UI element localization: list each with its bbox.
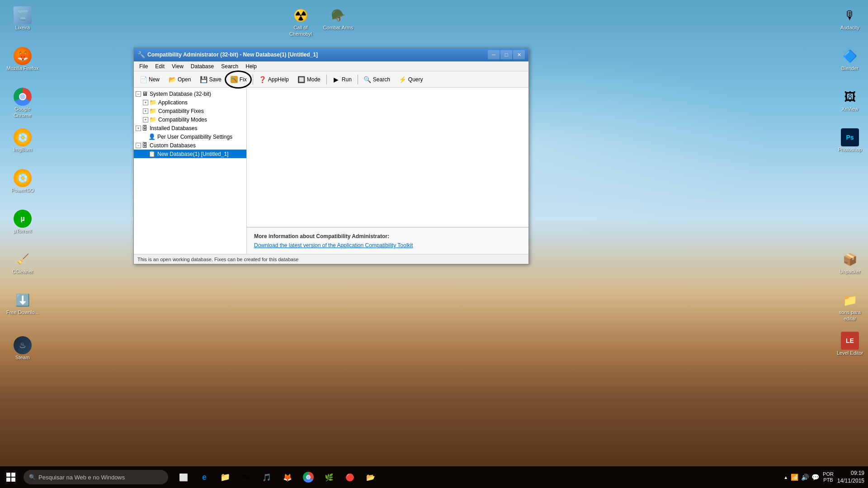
compat-modes-label: Compatibility Modes: [158, 117, 207, 123]
taskbar-search-box[interactable]: 🔍 Pesquisar na Web e no Windows: [24, 470, 168, 484]
tree-panel[interactable]: − 🖥 System Database (32-bit) + 📁 Applica…: [134, 88, 247, 254]
callofchernobyl-label: Call of Chernobyl: [284, 24, 317, 38]
taskbar-right: ▲ 📶 🔊 💬 POR PTB 09:19 14/11/2015: [783, 469, 868, 485]
minimize-button[interactable]: ─: [488, 50, 500, 59]
taskbar-edge[interactable]: e: [194, 467, 214, 487]
taskbar-other3[interactable]: 📂: [361, 467, 381, 487]
apphelp-button[interactable]: ❓ AppHelp: [255, 73, 293, 86]
taskbar-store[interactable]: 🛍: [236, 467, 256, 487]
desktop-icon-combatarms[interactable]: 🪖 Combat Arms: [320, 5, 356, 33]
desktop-icon-poweriso[interactable]: 💿 PowerISO: [5, 167, 41, 195]
taskbar-time-value: 09:19: [837, 469, 864, 477]
run-button[interactable]: ▶ Run: [329, 73, 356, 86]
toolbar-separator-3: [358, 75, 358, 84]
window-titlebar[interactable]: 🔧 Compatibility Administrator (32-bit) -…: [134, 48, 528, 61]
desktop-icon-unpacker[interactable]: 📦 Unpacker: [832, 249, 868, 277]
desktop-icon-imgburn[interactable]: 💿 ImgBurn: [5, 127, 41, 155]
expand-installed-db[interactable]: +: [136, 126, 141, 131]
photoshop-icon: Ps: [841, 128, 859, 146]
steam-icon: ♨: [14, 336, 32, 354]
desktop-icon-blender[interactable]: 🔷 Blender: [832, 45, 868, 73]
open-button[interactable]: 📂 Open: [165, 73, 195, 86]
toolbar-separator-2: [326, 75, 327, 84]
combatarms-label: Combat Arms: [323, 24, 354, 31]
tree-item-compat-fixes[interactable]: + 📁 Compatibility Fixes: [134, 107, 246, 115]
close-button[interactable]: ✕: [513, 50, 525, 59]
menu-edit[interactable]: Edit: [151, 62, 168, 70]
per-user-icon: 👤: [148, 133, 156, 140]
taskbar-other1[interactable]: 🌿: [319, 467, 339, 487]
volume-icon[interactable]: 🔊: [801, 474, 809, 481]
mode-button[interactable]: 🔲 Mode: [294, 73, 325, 86]
ccleaner-icon: 🧹: [14, 250, 32, 268]
taskbar-task-view[interactable]: ⬜: [174, 467, 193, 487]
firefox-label: Mozilla Firefox: [7, 65, 39, 71]
desktop-icon-xnview[interactable]: 🖼 XnView: [832, 86, 868, 114]
desktop-icon-freedownload[interactable]: ⬇️ Free Downlo...: [5, 289, 41, 317]
freedownload-label: Free Downlo...: [6, 309, 39, 315]
desktop-icon-ccleaner[interactable]: 🧹 CCleaner: [5, 249, 41, 277]
taskbar-datetime[interactable]: 09:19 14/11/2015: [837, 469, 864, 485]
search-button[interactable]: 🔍 Search: [360, 73, 394, 86]
up-arrow-icon[interactable]: ▲: [783, 475, 788, 480]
desktop-icon-steam[interactable]: ♨ Steam: [5, 334, 41, 362]
desktop-icon-leveleditor[interactable]: LE Level Editor: [832, 330, 868, 358]
menu-view[interactable]: View: [168, 62, 187, 70]
network-icon[interactable]: 📶: [791, 474, 798, 481]
tree-item-per-user[interactable]: 👤 Per User Compatibility Settings: [134, 132, 246, 141]
maximize-button[interactable]: □: [500, 50, 512, 59]
taskbar-media[interactable]: 🎵: [257, 467, 277, 487]
expand-compat-modes[interactable]: +: [143, 117, 148, 122]
taskbar-file-explorer[interactable]: 📁: [215, 467, 235, 487]
apphelp-icon: ❓: [259, 76, 266, 83]
expand-system-db[interactable]: −: [136, 91, 141, 97]
menu-search[interactable]: Search: [217, 62, 242, 70]
taskbar-chrome[interactable]: [298, 467, 318, 487]
desktop-icon-sonsparaeditar[interactable]: 📁 sons para editar: [832, 289, 868, 324]
menu-database[interactable]: Database: [187, 62, 217, 70]
notification-icon[interactable]: 💬: [811, 474, 819, 481]
taskbar-other2[interactable]: 🔴: [340, 467, 360, 487]
toolbar-separator-1: [253, 75, 253, 84]
tree-item-installed-db[interactable]: + 🗄 Installed Databases: [134, 124, 246, 132]
task-view-icon: ⬜: [179, 473, 188, 482]
desktop-icon-firefox[interactable]: 🦊 Mozilla Firefox: [5, 45, 41, 73]
query-button[interactable]: ⚡ Query: [395, 73, 427, 86]
expand-custom-db[interactable]: −: [136, 143, 141, 148]
other3-icon: 📂: [366, 473, 375, 482]
taskbar-firefox[interactable]: 🦊: [278, 467, 297, 487]
menu-file[interactable]: File: [136, 62, 151, 70]
download-link[interactable]: Download the latest version of the Appli…: [254, 242, 413, 249]
other2-icon: 🔴: [345, 473, 354, 482]
desktop-icon-chrome[interactable]: Google Chrome: [5, 86, 41, 121]
desktop-icon-photoshop[interactable]: Ps Photoshop: [832, 127, 868, 155]
taskbar-date-value: 14/11/2015: [837, 477, 864, 485]
app-window: 🔧 Compatibility Administrator (32-bit) -…: [133, 47, 529, 264]
expand-compat-fixes[interactable]: +: [143, 108, 148, 114]
fix-button[interactable]: 🔨 Fix: [226, 73, 251, 86]
compat-fixes-icon: 📁: [149, 108, 156, 114]
desktop-icon-callofchernobyl[interactable]: ☢️ Call of Chernobyl: [283, 5, 319, 39]
tree-item-custom-db[interactable]: − 🗄 Custom Databases: [134, 141, 246, 150]
tree-item-applications[interactable]: + 📁 Applications: [134, 98, 246, 107]
new-db-icon: 📋: [148, 150, 156, 157]
desktop-icon-utorrent[interactable]: µ µTorrent: [5, 208, 41, 236]
start-icon: [6, 473, 15, 482]
taskbar-search-icon: 🔍: [29, 474, 36, 480]
custom-db-label: Custom Databases: [150, 142, 196, 149]
tree-item-system-db[interactable]: − 🖥 System Database (32-bit): [134, 89, 246, 98]
desktop-icon-lixeira[interactable]: 🗑️ Lixeira: [5, 5, 41, 33]
save-button[interactable]: 💾 Save: [196, 73, 225, 86]
new-button[interactable]: 📄 New: [136, 73, 164, 86]
menu-bar: File Edit View Database Search Help: [134, 61, 528, 71]
start-button[interactable]: [0, 466, 22, 488]
language-badge[interactable]: POR PTB: [823, 471, 834, 483]
expand-applications[interactable]: +: [143, 100, 148, 105]
status-bar: This is an open working database. Fixes …: [134, 254, 528, 264]
tree-item-compat-modes[interactable]: + 📁 Compatibility Modes: [134, 115, 246, 124]
new-icon: 📄: [140, 76, 147, 83]
tree-item-new-db[interactable]: 📋 New Database(1) [Untitled_1]: [134, 150, 246, 158]
menu-help[interactable]: Help: [242, 62, 260, 70]
desktop-icon-audacity[interactable]: 🎙 Audacity: [832, 5, 868, 33]
right-panel: More information about Compatibility Adm…: [247, 88, 528, 254]
